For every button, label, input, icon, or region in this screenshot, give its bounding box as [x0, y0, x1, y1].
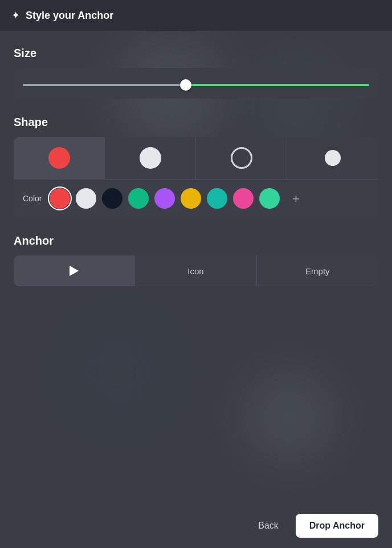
play-icon — [70, 266, 79, 276]
anchor-icon-label: Icon — [187, 266, 203, 276]
page-title: Style your Anchor — [26, 10, 113, 22]
sparkle-icon: ✦ — [11, 9, 20, 22]
drop-anchor-button[interactable]: Drop Anchor — [296, 514, 378, 538]
color-label: Color — [23, 194, 42, 203]
anchor-section: Anchor Icon Empty — [14, 234, 378, 286]
small-circle-icon — [325, 150, 341, 166]
size-section-label: Size — [14, 47, 378, 60]
shape-options-row — [14, 137, 378, 180]
color-swatch-red[interactable] — [50, 188, 70, 209]
color-swatch-yellow[interactable] — [181, 188, 201, 209]
size-slider[interactable] — [23, 84, 369, 86]
color-row: Color + — [14, 180, 378, 217]
shape-section: Shape Color — [14, 116, 378, 217]
shape-option-small[interactable] — [287, 137, 378, 179]
color-swatch-green[interactable] — [128, 188, 149, 209]
anchor-options-row: Icon Empty — [14, 255, 378, 286]
footer: Back Drop Anchor — [0, 504, 392, 548]
anchor-empty-label: Empty — [305, 266, 330, 276]
shape-option-outline[interactable] — [196, 137, 287, 179]
outline-circle-icon — [231, 147, 252, 169]
color-swatch-white[interactable] — [76, 188, 96, 209]
anchor-option-icon[interactable]: Icon — [135, 255, 256, 286]
color-swatch-mint[interactable] — [259, 188, 280, 209]
shape-section-label: Shape — [14, 116, 378, 129]
color-swatch-black[interactable] — [102, 188, 122, 209]
anchor-section-label: Anchor — [14, 234, 378, 247]
color-swatch-pink[interactable] — [233, 188, 254, 209]
anchor-option-play[interactable] — [14, 255, 135, 286]
shape-panel: Color + — [14, 137, 378, 217]
back-button[interactable]: Back — [249, 515, 288, 537]
shape-option-filled[interactable] — [14, 137, 105, 179]
color-swatch-purple[interactable] — [154, 188, 175, 209]
color-swatch-teal[interactable] — [207, 188, 227, 209]
main-content: Size Shape Co — [0, 31, 392, 319]
header: ✦ Style your Anchor — [0, 0, 392, 31]
size-slider-container — [14, 68, 378, 99]
white-circle-icon — [140, 147, 161, 169]
filled-circle-icon — [48, 147, 70, 169]
add-color-button[interactable]: + — [285, 189, 306, 209]
anchor-panel: Icon Empty — [14, 255, 378, 286]
anchor-option-empty[interactable]: Empty — [257, 255, 378, 286]
shape-option-white-circle[interactable] — [105, 137, 196, 179]
